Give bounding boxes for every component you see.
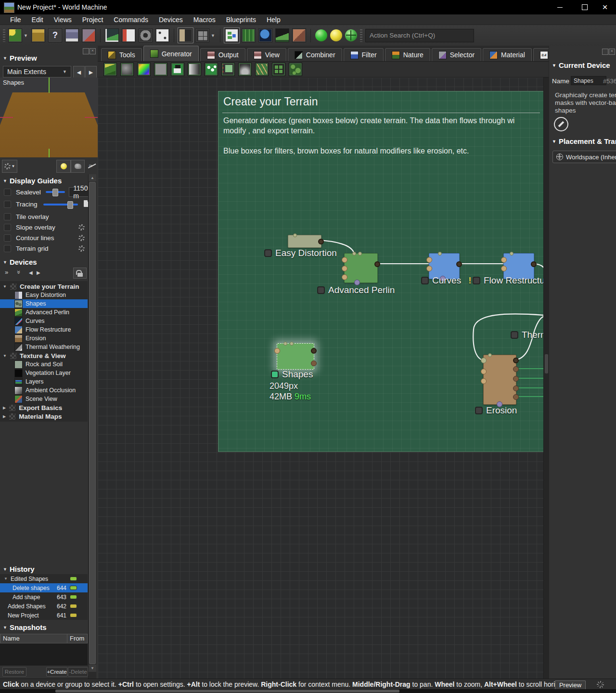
port[interactable] [513,394,519,400]
slope-overlay-checkbox[interactable] [4,224,11,231]
menu-views[interactable]: Views [49,16,77,24]
node-checkbox[interactable] [475,407,483,414]
port[interactable] [513,358,519,363]
port[interactable] [374,261,380,267]
node-checkbox-checked[interactable] [271,371,279,378]
collapse-arrow-icon[interactable]: ▼ [3,284,7,289]
device-icon-file-input[interactable] [171,63,184,76]
port[interactable] [488,353,492,357]
panel-close-icon[interactable]: × [609,49,615,55]
new-project-button[interactable] [8,28,22,42]
tab-tools[interactable]: Tools [101,48,142,61]
tab-combiner[interactable]: Combiner [288,48,342,61]
preview-viewport[interactable]: Shapes [0,77,98,157]
device-item-flow-restructure[interactable]: Flow Restructure [0,325,88,334]
randomize-button[interactable] [155,28,169,42]
device-item-thermal-weathering[interactable]: Thermal Weathering [0,343,88,351]
history-row-edited-shapes[interactable]: ▼ Edited Shapes [0,574,88,583]
new-project-dropdown-icon[interactable]: ▼ [24,33,28,38]
tab-material[interactable]: Material [483,48,532,61]
menu-edit[interactable]: Edit [26,16,49,24]
port[interactable] [318,239,324,244]
menu-blueprints[interactable]: Blueprints [221,16,261,24]
node-shapes[interactable] [277,343,314,370]
port[interactable] [481,369,487,374]
close-button[interactable]: × [594,0,616,14]
device-group-texture-and-view[interactable]: ▼ Texture & View [0,351,88,360]
device-item-ambient-occlusion[interactable]: Ambient Occlusion [0,386,88,395]
history-row-delete-shapes[interactable]: Delete shapes 644 [0,583,88,592]
device-item-scene-view[interactable]: Scene View [0,395,88,403]
restore-snapshot-button[interactable]: Restore [2,667,26,677]
device-icon-tiled[interactable] [272,63,285,76]
preview-next-button[interactable]: ▶ [85,66,97,78]
device-item-shapes[interactable]: Shapes [0,299,88,308]
build-button[interactable] [315,29,327,41]
tracing-slider[interactable] [43,204,78,205]
tracing-checkbox[interactable] [4,201,11,208]
history-row-added-shapes[interactable]: Added Shapes 642 [0,602,88,611]
preview-button[interactable]: Preview [555,680,586,690]
lighting-button[interactable] [56,160,71,173]
snapshots-section-header[interactable]: ▼ Snapshots [3,623,47,631]
tab-generator[interactable]: Generator [143,46,199,61]
collapse-all-icon[interactable]: » [15,270,23,274]
lock-button[interactable] [73,268,87,279]
node-checkbox[interactable] [264,249,272,257]
open-project-button[interactable] [31,28,45,42]
3d-view-button[interactable] [275,28,289,42]
terrain-grid-checkbox[interactable] [4,245,11,252]
panel-float-icon[interactable] [83,48,89,54]
history-section-header[interactable]: ▼ History [3,565,35,573]
tab-parameter[interactable]: 0.4Parameter [533,48,549,61]
preferences-button[interactable] [139,28,153,42]
device-item-easy-distortion[interactable]: Easy Distortion [0,291,88,299]
node-checkbox[interactable] [317,286,325,294]
texture-view-button[interactable] [292,28,306,42]
port[interactable] [293,233,297,237]
port[interactable] [513,366,519,372]
node-easy-distortion[interactable] [288,235,321,248]
gear-icon[interactable] [78,224,85,231]
port[interactable] [510,252,513,256]
menu-commands[interactable]: Commands [108,16,154,24]
layout-dropdown-icon[interactable]: ▼ [211,33,216,38]
material-preview-button[interactable] [71,160,85,173]
device-icon-gradient[interactable] [188,63,201,76]
sealevel-checkbox[interactable] [4,189,11,196]
panel-close-icon[interactable]: × [90,48,96,54]
node-label-flow-restructure[interactable]: Flow Restructure [473,275,543,286]
menu-macros[interactable]: Macros [188,16,221,24]
port[interactable] [358,252,362,256]
device-icon-gradient-color[interactable] [137,63,151,76]
tab-selector[interactable]: Selector [432,48,481,61]
tab-output[interactable]: Output [200,48,245,61]
port[interactable] [481,358,487,363]
device-icon-layout[interactable] [221,63,235,76]
port[interactable] [501,257,507,263]
next-device-icon[interactable]: ▶ [37,270,40,275]
devices-section-header[interactable]: ▼ Devices [3,258,37,266]
port[interactable] [311,348,317,354]
snapshots-table-body[interactable] [0,643,88,666]
expand-all-icon[interactable]: » [5,269,8,276]
node-label-advanced-perlin[interactable]: Advanced Perlin [317,285,395,295]
node-erosion[interactable] [483,355,516,405]
project-settings-button[interactable] [122,28,136,42]
device-group-export-basics[interactable]: ▶ Export Basics [0,403,88,412]
menu-devices[interactable]: Devices [154,16,188,24]
project-extents-button[interactable] [105,28,119,42]
device-workview-button[interactable] [225,28,239,42]
edit-description-icon[interactable] [554,117,568,131]
snapshots-col-from[interactable]: From [67,634,88,643]
display-guides-header[interactable]: ▼ Display Guides [3,177,62,185]
toolbar-grip[interactable] [360,29,362,42]
scroll-down-icon[interactable]: ▼ [89,665,96,672]
node-graph-canvas[interactable]: Create your Terrain Generator devices (g… [98,77,543,679]
menu-file[interactable]: File [5,16,26,24]
current-device-header[interactable]: ▼ Current Device [552,61,610,69]
device-icon-constant[interactable] [154,63,167,76]
port[interactable] [290,342,294,346]
device-icon-radial[interactable] [238,63,252,76]
sidebar-scrollbar[interactable]: ▲ ▼ [88,174,96,679]
